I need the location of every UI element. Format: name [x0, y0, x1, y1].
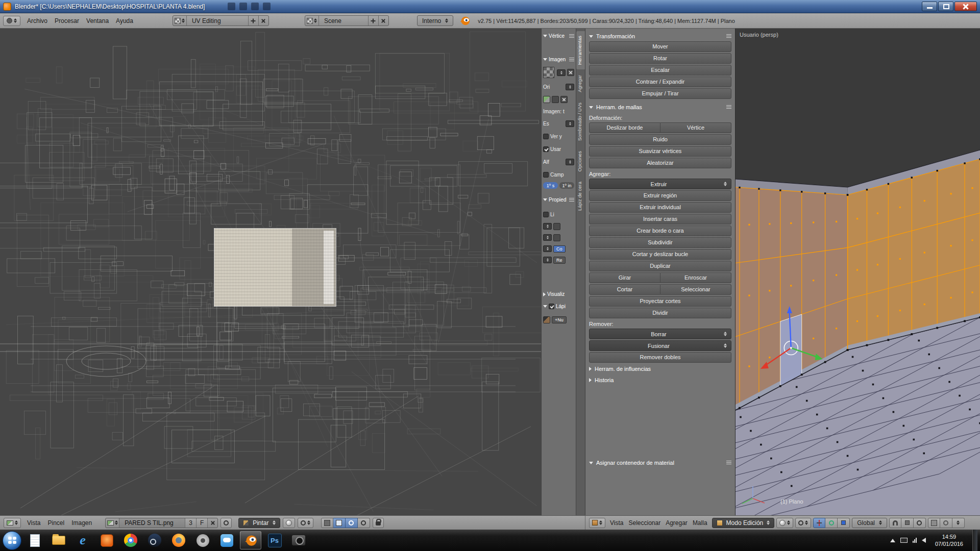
pin-button[interactable] [220, 518, 232, 528]
panel-header-material-assign[interactable]: Asignar contenedor de material [589, 458, 731, 468]
tool-button[interactable]: Empujar / Tirar [589, 88, 731, 99]
snap-magnet-toggle[interactable] [889, 518, 901, 528]
tool-button[interactable]: Subdividir [589, 237, 731, 248]
uv-grid-toggle[interactable] [321, 518, 333, 528]
mask-mode-dropdown[interactable] [298, 518, 313, 528]
panel-header-vertex[interactable]: Vértice [543, 32, 574, 40]
image-thumbnail[interactable] [543, 67, 554, 78]
clear-image-button[interactable] [560, 96, 568, 103]
es-stepper[interactable] [566, 120, 574, 127]
users-count-button[interactable]: 3 [185, 518, 196, 528]
tool-button[interactable]: Ruido [589, 134, 731, 145]
menu-item[interactable]: Ventana [83, 16, 112, 26]
extrude-dropdown[interactable]: Extruir [589, 179, 731, 189]
chrome-icon[interactable] [120, 531, 141, 549]
delete-layout-button[interactable] [258, 16, 268, 26]
tool-button[interactable]: Remover dobles [589, 352, 731, 363]
tool-button[interactable]: Rotar [589, 53, 731, 64]
lock-button[interactable] [373, 518, 384, 528]
panel-header-grease-pencil[interactable]: Lápi [543, 302, 574, 311]
menu-item[interactable]: Malla [690, 518, 710, 528]
grease-pencil-checkbox[interactable] [549, 304, 554, 309]
tool-button[interactable]: Girar [589, 272, 660, 283]
tool-button[interactable]: Seleccionar [660, 284, 731, 295]
panel-menu-icon[interactable] [726, 34, 731, 38]
tool-button[interactable]: Extruir individual [589, 202, 731, 213]
prop-stepper[interactable] [543, 245, 552, 252]
prop-button[interactable] [553, 234, 560, 241]
firefox-icon[interactable] [168, 531, 189, 549]
action-center-icon[interactable] [900, 538, 908, 543]
prop-button[interactable] [553, 223, 560, 230]
mode-dropdown[interactable]: Modo Edición [712, 518, 775, 528]
menu-item[interactable]: Vista [23, 518, 44, 528]
image-menu-button[interactable] [552, 96, 559, 103]
toolshelf-tab[interactable]: Lápiz de cera [576, 177, 585, 215]
uv-sync-toggle[interactable] [358, 518, 370, 528]
image-name[interactable]: PARED S TIL.png [119, 518, 185, 528]
opengl-render-button[interactable] [928, 518, 940, 528]
menu-item[interactable]: Ayuda [112, 16, 137, 26]
start-button[interactable] [3, 531, 21, 550]
app-orange-icon[interactable] [96, 531, 117, 549]
panel-menu-icon[interactable] [569, 198, 574, 202]
pivot-dropdown[interactable] [795, 518, 811, 528]
network-icon[interactable] [913, 538, 917, 543]
toolshelf-tab[interactable]: Agregar [576, 70, 585, 97]
panel-menu-icon[interactable] [569, 34, 574, 38]
taskbar-clock[interactable]: 14:59 07/01/2016 [935, 533, 963, 547]
collapsed-panel-header[interactable]: Historia [589, 375, 731, 385]
tool-button[interactable]: Crear borde o cara [589, 226, 731, 236]
uv-wireframe[interactable] [0, 29, 541, 515]
messaging-app-icon[interactable] [216, 531, 237, 549]
manipulator-translate-toggle[interactable] [813, 518, 825, 528]
tool-button[interactable]: Suavizar vértices [589, 146, 731, 157]
field-b[interactable]: 1º in [559, 182, 574, 189]
image-browse-dropdown[interactable] [557, 69, 566, 76]
render-engine-dropdown[interactable]: Interno [417, 15, 453, 26]
usar-checkbox[interactable] [543, 146, 549, 152]
window-titlebar[interactable]: Blender* [C:\Users\NEPHALEM\Desktop\HOSP… [0, 0, 980, 13]
uv-stretch-toggle[interactable] [346, 518, 358, 528]
explorer-folder-icon[interactable] [48, 531, 69, 549]
blender-taskbar-icon[interactable] [240, 531, 261, 549]
browse-image-icon[interactable] [106, 518, 119, 528]
prop-stepper[interactable] [543, 257, 552, 263]
new-layer-button[interactable]: +Nu [552, 316, 567, 323]
image-datablock-selector[interactable]: PARED S TIL.png 3 F [105, 518, 218, 528]
scene-name[interactable]: Scene [319, 16, 368, 26]
layout-name[interactable]: UV Editing [187, 16, 248, 26]
toolshelf-tab[interactable]: Sombreado / UVs [576, 98, 585, 145]
notepad-icon[interactable] [24, 531, 45, 549]
tool-button[interactable]: Dividir [589, 308, 731, 318]
manipulator-scale-toggle[interactable] [838, 518, 850, 528]
prop-stepper[interactable] [543, 223, 552, 230]
screenshot-tool-icon[interactable] [288, 531, 309, 549]
panel-menu-icon[interactable] [726, 105, 731, 109]
camp-checkbox[interactable] [543, 172, 549, 178]
ori-stepper[interactable] [566, 84, 574, 90]
photoshop-icon[interactable]: Ps [264, 531, 285, 549]
alf-stepper[interactable] [566, 159, 574, 165]
add-layout-button[interactable] [248, 16, 258, 26]
panel-header-display[interactable]: Visualiz [543, 290, 574, 298]
panel-header-image[interactable]: Imagen [543, 55, 574, 64]
screen-layout-selector[interactable]: UV Editing [173, 15, 269, 26]
menu-item[interactable]: Archivo [23, 16, 51, 26]
tool-button[interactable]: Vértice [660, 122, 731, 133]
shading-sphere-button[interactable] [283, 518, 295, 528]
co-button[interactable]: Co [553, 245, 566, 253]
menu-item[interactable]: Procesar [51, 16, 83, 26]
editor-type-button[interactable] [589, 518, 605, 528]
tool-button[interactable]: Insertar caras [589, 214, 731, 224]
manipulator-rotate-toggle[interactable] [825, 518, 838, 528]
panel-menu-icon[interactable] [569, 58, 574, 62]
settings-gear-icon[interactable] [192, 531, 213, 549]
tool-button[interactable]: Duplicar [589, 261, 731, 271]
editor-mode-dropdown[interactable]: Pintar [238, 518, 280, 528]
unlink-image-button[interactable] [207, 518, 217, 528]
tool-button[interactable]: Deslizar borde [589, 122, 660, 133]
proportional-edit-dropdown[interactable] [914, 518, 926, 528]
unlink-image-button[interactable] [567, 69, 574, 76]
uv-draw-toggle[interactable] [333, 518, 346, 528]
